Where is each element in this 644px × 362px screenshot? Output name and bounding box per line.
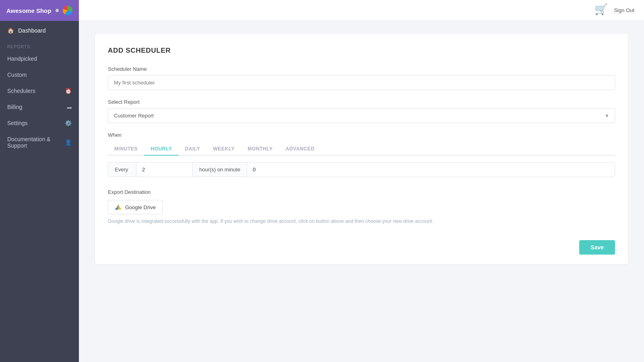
sidebar-item-label: Dashboard [18,27,46,34]
sidebar-item-custom[interactable]: Custom [0,67,79,83]
signout-button[interactable]: Sign Out [614,7,634,13]
select-report-wrapper: Customer Report ▼ [108,108,615,123]
every-value-input[interactable] [136,162,193,177]
tab-daily[interactable]: DAILY [178,143,206,156]
gdrive-success-text: Google drive is integrated successfully … [108,218,615,224]
tab-minutes[interactable]: MINUTES [108,143,144,156]
hourly-row: Every hour(s) on minute [108,162,615,177]
minute-value-input[interactable] [247,162,615,177]
cart-button[interactable]: 🛒 [594,4,607,17]
select-report-section: Select Report Customer Report ▼ [108,99,615,123]
sidebar-item-label: Custom [7,72,27,78]
sidebar-item-label: Handpicked [7,56,37,62]
scheduler-card: ADD SCHEDULER Scheduler Name Select Repo… [95,34,628,264]
sidebar: Awesome Shop 🏠 Dashboard REPORTS Handpic… [0,0,79,362]
sidebar-item-label: Schedulers [7,88,35,94]
scheduler-name-section: Scheduler Name [108,66,615,90]
svg-marker-2 [118,204,122,210]
sidebar-item-label: Settings [7,120,28,126]
billing-icon: ▬ [67,105,72,109]
export-dest-label: Export Destination [108,189,615,195]
page-title: ADD SCHEDULER [108,47,615,55]
sidebar-header: Awesome Shop [0,0,79,21]
tab-monthly[interactable]: MONTHLY [241,143,279,156]
sidebar-item-dashboard[interactable]: 🏠 Dashboard [0,23,79,39]
save-button[interactable]: Save [579,240,615,255]
cart-icon: 🛒 [594,3,607,15]
export-section: Export Destination [108,189,615,224]
frequency-tabs: MINUTES HOURLY DAILY WEEKLY MONTHLY ADVA… [108,143,615,156]
gear-icon: ⚙️ [65,120,72,126]
select-report-label: Select Report [108,99,615,105]
person-icon: 👤 [65,139,72,146]
tab-weekly[interactable]: WEEKLY [206,143,241,156]
tab-hourly[interactable]: HOURLY [144,143,178,156]
status-dot [56,9,59,12]
scheduler-name-label: Scheduler Name [108,66,615,72]
sidebar-item-label: Billing [7,104,22,110]
clock-icon: ⏰ [65,88,72,94]
home-icon: 🏠 [7,27,14,34]
when-label: When [108,132,615,138]
sidebar-item-label: Documentation & Support [7,136,61,149]
topbar: 🛒 Sign Out [79,0,644,21]
when-section: When MINUTES HOURLY DAILY WEEKLY MONTHLY… [108,132,615,177]
sidebar-item-settings[interactable]: Settings ⚙️ [0,115,79,131]
hour-text: hour(s) on minute [193,162,247,177]
gdrive-label: Google Drive [125,204,156,210]
scheduler-name-input[interactable] [108,75,615,90]
every-label: Every [108,162,136,177]
gdrive-button[interactable]: Google Drive [108,200,163,214]
sidebar-item-docs[interactable]: Documentation & Support 👤 [0,131,79,154]
main-content: ADD SCHEDULER Scheduler Name Select Repo… [79,21,644,362]
tab-advanced[interactable]: ADVANCED [279,143,321,156]
sidebar-item-schedulers[interactable]: Schedulers ⏰ [0,83,79,99]
sidebar-item-billing[interactable]: Billing ▬ [0,99,79,115]
gdrive-icon [115,204,122,211]
sidebar-section-reports: REPORTS [0,39,79,51]
sidebar-item-handpicked[interactable]: Handpicked [0,51,79,67]
app-title: Awesome Shop [6,7,52,14]
save-row: Save [108,240,615,255]
globe-icon [63,6,72,15]
select-report-dropdown[interactable]: Customer Report [108,108,615,123]
sidebar-nav: 🏠 Dashboard REPORTS Handpicked Custom Sc… [0,21,79,362]
